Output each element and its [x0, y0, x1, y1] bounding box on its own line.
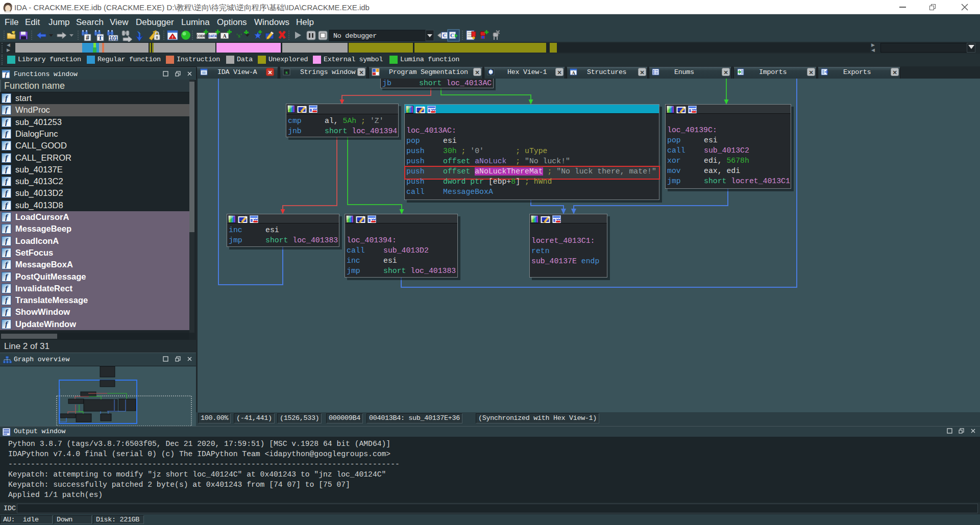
svg-text:No debugger: No debugger	[333, 32, 377, 40]
svg-text:DATA: DATA	[208, 34, 217, 38]
svg-text:!: !	[172, 35, 174, 39]
svg-text:'s': 's'	[236, 32, 242, 39]
svg-text:C: C	[450, 32, 454, 38]
svg-text:A: A	[572, 70, 575, 76]
svg-text:s: s	[285, 69, 288, 75]
svg-text:T: T	[98, 34, 103, 41]
svg-text:CODE: CODE	[196, 34, 206, 38]
svg-text:A: A	[223, 33, 227, 39]
svg-text:101: 101	[109, 36, 118, 41]
svg-text:C: C	[443, 33, 446, 38]
svg-text:#: #	[86, 34, 89, 41]
